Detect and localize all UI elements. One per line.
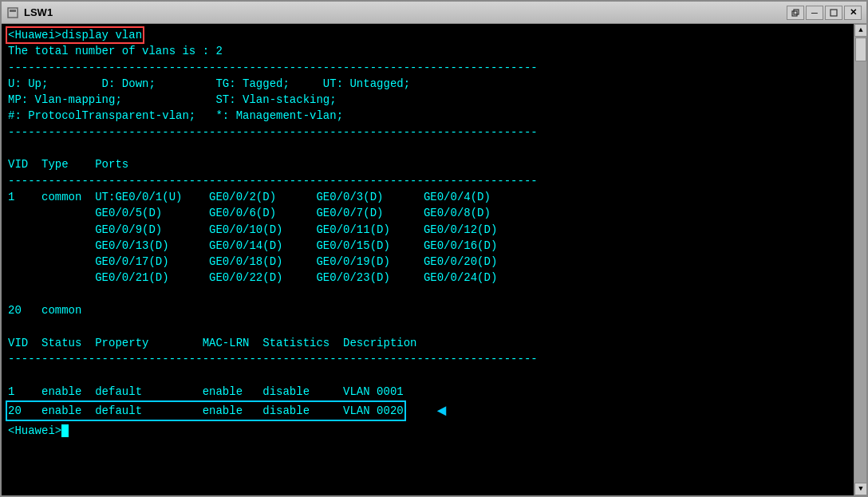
svg-rect-1 (10, 10, 16, 12)
arrow-indicator: ◄ (418, 402, 447, 420)
svg-rect-0 (8, 8, 18, 18)
maximize-button[interactable] (825, 6, 842, 20)
minimize-button[interactable]: ─ (806, 6, 823, 20)
window-title: LSW1 (24, 6, 787, 18)
prompt-line: <Huawei> (8, 424, 61, 437)
window-icon (6, 6, 19, 19)
cursor (61, 424, 68, 437)
scroll-up-button[interactable]: ▲ (854, 24, 867, 37)
scroll-track (854, 37, 866, 483)
close-button[interactable]: ✕ (844, 6, 862, 20)
vlan20-row: 20 enable default enable disable VLAN 00… (8, 403, 404, 419)
main-window: LSW1 ─ ✕ <Huawei>display vlan The total … (0, 0, 868, 497)
scroll-thumb[interactable] (855, 37, 866, 61)
svg-rect-3 (794, 10, 799, 14)
scrollbar[interactable]: ▲ ▼ (854, 24, 866, 495)
svg-rect-2 (792, 11, 797, 16)
terminal-area: <Huawei>display vlan The total number of… (2, 24, 866, 495)
terminal-wrapper: <Huawei>display vlan The total number of… (2, 24, 854, 495)
command-line: <Huawei>display vlan (8, 29, 142, 41)
scroll-down-button[interactable]: ▼ (854, 483, 867, 495)
window-controls: ─ ✕ (787, 6, 862, 20)
svg-rect-4 (831, 10, 837, 16)
restore-button[interactable] (787, 6, 804, 20)
title-bar: LSW1 ─ ✕ (2, 2, 866, 24)
terminal-content[interactable]: <Huawei>display vlan The total number of… (2, 24, 854, 495)
